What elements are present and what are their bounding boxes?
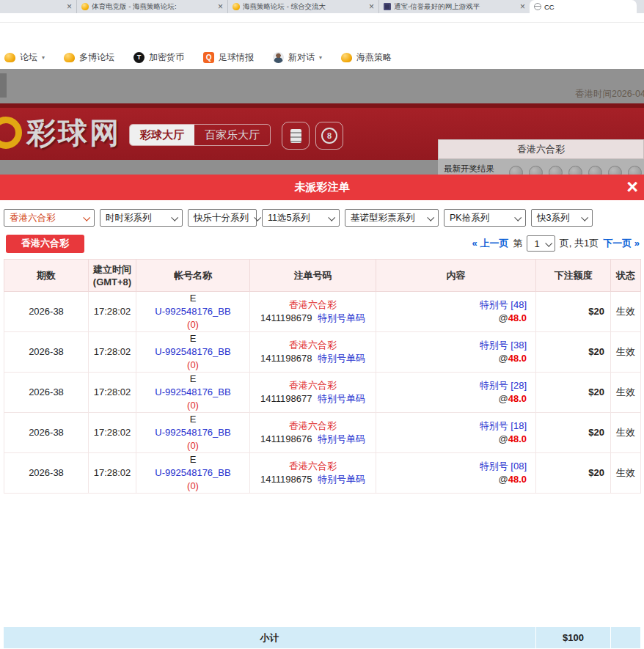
cell-status: 生效 [611,332,641,373]
bet-type-link[interactable]: 特别号单码 [318,353,365,364]
account-link[interactable]: U-992548176_BB [155,386,230,397]
table-row: 2026-38 17:28:02 E U-992548176_BB (0) 香港… [4,332,641,373]
content-pick-link[interactable]: 特别号 [38] [480,340,527,351]
cell-bet-number: 香港六合彩 1411198676 特别号单码 [250,413,376,453]
cell-status: 生效 [611,373,641,413]
select-value: 快3系列 [537,212,569,224]
page-label-after: 页, 共1页 [560,237,599,250]
account-note: (0) [136,439,249,452]
tab-sports-forum[interactable]: 体育电竞版 - 海燕策略论坛: × [76,0,227,13]
subtotal-spacer [610,627,640,648]
cell-account: E U-992548176_BB (0) [136,292,250,332]
trophy-icon [4,53,15,62]
modal-header: 未派彩注单 × [0,175,644,200]
screen: × 体育电竞版 - 海燕策略论坛: × 海燕策略论坛 - 综合交流大 × 通宝-… [0,0,644,649]
lottery-balls [509,159,642,175]
content-pick-link[interactable]: 特别号 [48] [480,299,527,310]
account-link[interactable]: U-992548176_BB [155,467,230,478]
subtotal-total: $100 [535,627,610,648]
content-pick-link[interactable]: 特别号 [18] [480,420,527,431]
chevron-down-icon: ▾ [319,54,322,61]
account-link[interactable]: U-992548176_BB [155,306,230,317]
chevron-down-icon [545,239,552,246]
page-select[interactable]: 1 [527,235,555,252]
tab-partial[interactable]: × [0,0,76,13]
bookmark-label: 多博论坛 [79,51,114,64]
tab-close-icon[interactable]: × [520,3,525,10]
bookmark-haiyan[interactable]: 海燕策略 [341,51,392,64]
bet-number: 1411198675 [260,474,312,485]
select-hk-mark-six[interactable]: 香港六合彩 [4,209,95,227]
content-pick-link[interactable]: 特别号 [28] [480,380,527,391]
content-pick-link[interactable]: 特别号 [08] [480,461,527,472]
cell-bet-number: 香港六合彩 1411198675 特别号单码 [250,453,376,494]
tab-close-icon[interactable]: × [67,3,72,10]
bookmark-label: 论坛 [20,51,37,64]
select-ssc-series[interactable]: 时时彩系列 [100,209,183,227]
account-prefix: E [136,292,249,305]
bet-number: 1411198677 [260,393,312,404]
odds-value: 48.0 [508,353,527,364]
hk-time-label: 香港时间2026-04- [575,88,644,100]
tab-lottery-hall[interactable]: 彩球大厅 [130,125,194,145]
account-link[interactable]: U-992548176_BB [155,346,230,357]
chevron-down-icon [171,213,178,221]
account-link[interactable]: U-992548176_BB [155,427,230,438]
select-pk10-series[interactable]: PK拾系列 [444,209,526,227]
tab-close-icon[interactable]: × [369,3,374,10]
next-page-link[interactable]: 下一页 » [603,237,640,250]
close-icon[interactable]: × [626,175,638,199]
tab-cc-active[interactable]: CC [530,0,637,13]
odds-prefix: @ [498,474,508,485]
cell-content: 特别号 [08] @48.0 [376,453,536,494]
bookmark-new-chat[interactable]: 新对话 ▾ [273,51,322,64]
tab-strategy-forum[interactable]: 海燕策略论坛 - 综合交流大 × [227,0,378,13]
report-button[interactable] [282,122,310,150]
account-prefix: E [136,453,249,466]
bet-type-link[interactable]: 特别号单码 [318,433,365,444]
cell-time: 17:28:02 [89,332,136,373]
lottery-name: 香港六合彩 [250,460,376,473]
bet-type-link[interactable]: 特别号单码 [318,474,365,485]
pagination: « 上一页 第 1 页, 共1页 下一页 » [472,235,640,252]
chevron-down-icon [328,213,335,221]
select-11x5-series[interactable]: 11选5系列 [262,209,340,227]
bet-type-link[interactable]: 特别号单码 [318,393,365,404]
lottery-name: 香港六合彩 [250,339,376,352]
cell-time: 17:28:02 [89,453,136,494]
cell-bet-number: 香港六合彩 1411198677 特别号单码 [250,373,376,413]
document-icon [290,129,301,143]
bookmark-duobo-forum[interactable]: 多博论坛 [64,51,114,64]
tab-title: 通宝-信誉最好的网上游戏平 [394,2,517,12]
eight-ball-button[interactable]: 8 [315,122,343,150]
account-prefix: E [136,373,249,386]
odds-value: 48.0 [508,312,527,323]
select-keno-series[interactable]: 基诺型彩票系列 [345,209,439,227]
eight-ball-icon: 8 [321,128,337,144]
account-prefix: E [136,413,249,426]
bet-type-link[interactable]: 特别号单码 [318,312,365,323]
modal-title: 未派彩注单 [295,180,350,194]
chevron-down-icon [514,213,522,221]
select-k3-series[interactable]: 快3系列 [531,209,593,227]
left-dark-block [0,73,7,98]
account-prefix: E [136,332,249,345]
bookmark-crypto[interactable]: T 加密货币 [133,51,184,64]
cell-period: 2026-38 [4,453,89,494]
prev-page-link[interactable]: « 上一页 [472,237,509,250]
chevron-down-icon [427,213,434,221]
tab-close-icon[interactable]: × [218,3,223,10]
select-klsf-series[interactable]: 快乐十分系列 [188,209,257,227]
tab-tongbao[interactable]: 通宝-信誉最好的网上游戏平 × [378,0,530,13]
tab-baccarat-hall[interactable]: 百家乐大厅 [194,125,270,145]
lottery-ball-icon [568,166,582,175]
chevron-down-icon [83,213,90,221]
lottery-name: 香港六合彩 [250,419,376,433]
globe-icon [534,3,541,10]
page-select-value: 1 [534,238,539,249]
lottery-name: 香港六合彩 [250,379,376,392]
lottery-ball-icon [549,166,563,175]
bookmark-forum[interactable]: 论坛 ▾ [4,51,45,64]
bookmark-football-info[interactable]: Q 足球情报 [203,51,254,64]
hk-mark-six-button[interactable]: 香港六合彩 [6,235,84,253]
